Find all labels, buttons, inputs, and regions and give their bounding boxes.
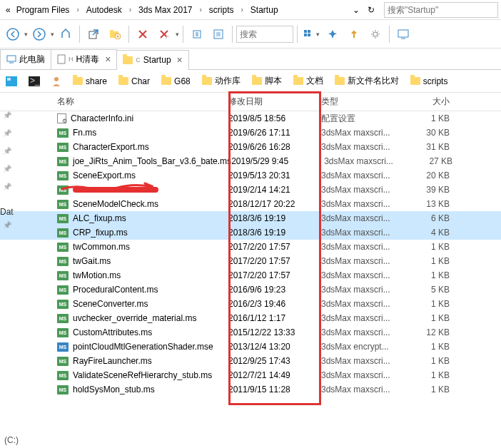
file-row[interactable]: MS2019/2/14 14:213dsMax maxscri...39 KB — [0, 183, 501, 197]
up-icon[interactable] — [56, 24, 76, 44]
fav-folder[interactable]: 文档 — [293, 75, 323, 87]
file-row[interactable]: MSjoe_JiRts_Anim_Tools_Bar_v3.6_bate.ms2… — [0, 154, 501, 168]
file-row[interactable]: MSFn.ms2019/6/26 17:113dsMax maxscri...3… — [0, 126, 501, 140]
back-icon[interactable] — [3, 24, 23, 44]
fav-folder[interactable]: 脚本 — [252, 75, 282, 87]
file-row[interactable]: CharacterInfo.ini2019/8/5 18:56配置设置1 KB — [0, 111, 501, 126]
file-row[interactable]: MSSceneConverter.ms2016/2/3 19:463dsMax … — [0, 297, 501, 311]
select-all-icon[interactable] — [208, 24, 228, 44]
file-type: 3dsMax maxscri... — [321, 128, 407, 138]
pin-icon[interactable]: 📌 — [3, 129, 11, 137]
col-name-header[interactable]: 名称 — [57, 96, 74, 106]
file-row[interactable]: MSValidateSceneRefHierarchy_stub.ms2012/… — [0, 368, 501, 382]
file-row[interactable]: MStwCommon.ms2017/2/20 17:573dsMax maxsc… — [0, 240, 501, 254]
file-row[interactable]: MSholdSysMon_stub.ms2011/9/15 11:283dsMa… — [0, 382, 501, 397]
close-icon[interactable]: × — [174, 54, 183, 66]
file-row[interactable]: MStwMotion.ms2017/2/20 17:573dsMax maxsc… — [0, 268, 501, 282]
file-row[interactable]: MSSceneModelCheck.ms2018/12/17 20:223dsM… — [0, 197, 501, 211]
file-type: 3dsMax maxscri... — [321, 142, 407, 152]
ms-icon: MS — [57, 128, 69, 138]
upload-icon[interactable] — [344, 24, 364, 44]
breadcrumb-seg-4[interactable]: Startup — [248, 4, 281, 16]
breadcrumb-seg-1[interactable]: Autodesk — [84, 4, 125, 16]
file-size: 1 KB — [407, 370, 450, 380]
file-row[interactable]: MSSceneExport.ms2019/5/13 20:313dsMax ma… — [0, 168, 501, 183]
file-size: 1 KB — [407, 256, 450, 266]
dropdown-icon[interactable]: ⌄ — [350, 5, 363, 15]
tab-this-pc[interactable]: 此电脑 — [0, 49, 51, 69]
delete-icon[interactable] — [133, 24, 153, 44]
pin-icon[interactable]: 📌 — [3, 221, 11, 229]
ms-icon: MS — [57, 243, 69, 252]
pin-icon[interactable]: 📌 — [3, 147, 11, 155]
screen-icon[interactable] — [393, 24, 413, 44]
fav-desktop[interactable] — [6, 76, 17, 86]
file-row[interactable]: MSProceduralContent.ms2016/9/6 19:233dsM… — [0, 282, 501, 297]
file-date: 2012/7/21 14:49 — [228, 370, 321, 380]
file-row[interactable]: MSCharacterExport.ms2019/6/26 16:283dsMa… — [0, 140, 501, 154]
status-bar: (C:) — [0, 434, 23, 448]
fav-cmd[interactable]: >_ — [29, 76, 40, 86]
folder-icon — [410, 77, 420, 85]
tab-startup[interactable]: C Startup × — [116, 50, 188, 70]
file-row[interactable]: MStwGait.ms2017/2/20 17:573dsMax maxscri… — [0, 254, 501, 268]
tab-cleanup[interactable]: H H清毒 × — [51, 49, 117, 69]
file-row[interactable]: MSCRP_fixup.ms2018/3/6 19:193dsMax maxsc… — [0, 225, 501, 240]
file-size: 1 KB — [407, 270, 450, 280]
file-name: SceneModelCheck.ms — [73, 199, 158, 209]
ms-icon: MS — [57, 385, 69, 394]
tab-label: H清毒 — [76, 54, 100, 66]
ms-icon: MS — [57, 214, 69, 223]
file-date: 2011/9/15 11:28 — [228, 385, 321, 394]
ms-icon: MS — [57, 185, 69, 195]
fav-folder[interactable]: 动作库 — [202, 75, 241, 87]
file-row[interactable]: MSCustomAttributes.ms2015/12/22 13:333ds… — [0, 325, 501, 340]
delete-permanent-icon[interactable] — [154, 24, 174, 44]
fav-folder[interactable]: scripts — [410, 76, 448, 86]
pin-icon[interactable]: 📌 — [3, 165, 11, 173]
fav-folder[interactable]: 新文件名比对 — [335, 75, 399, 87]
search-input[interactable] — [384, 2, 498, 18]
breadcrumb-seg-2[interactable]: 3ds Max 2017 — [136, 4, 195, 16]
pin-icon[interactable]: 📌 — [3, 111, 11, 119]
pin-icon[interactable] — [323, 24, 343, 44]
settings-icon[interactable] — [365, 24, 385, 44]
breadcrumb-seg-0[interactable]: Program Files — [14, 4, 73, 16]
file-size: 1 KB — [407, 356, 450, 366]
file-size: 1 KB — [407, 313, 450, 323]
toolbar-search-input[interactable] — [236, 26, 293, 43]
ms-icon: MS — [57, 228, 69, 238]
breadcrumb-prefix[interactable]: « — [3, 4, 14, 16]
open-external-icon[interactable] — [84, 24, 103, 44]
fav-folder[interactable]: Char — [118, 76, 150, 86]
ms-icon: MS — [57, 200, 69, 209]
view-mode-icon[interactable]: ▾ — [301, 24, 321, 44]
breadcrumb-seg-3[interactable]: scripts — [206, 4, 237, 16]
file-date: 2018/3/6 19:19 — [228, 228, 321, 238]
fav-folder[interactable]: G68 — [161, 76, 191, 86]
file-date: 2016/9/6 19:23 — [228, 285, 321, 295]
svg-rect-9 — [216, 32, 221, 36]
properties-icon[interactable] — [187, 24, 207, 44]
fav-user[interactable] — [51, 76, 61, 86]
fav-label: 文档 — [306, 75, 323, 87]
folder-icon — [123, 56, 133, 64]
refresh-icon[interactable]: ↻ — [363, 5, 380, 15]
new-folder-icon[interactable] — [105, 24, 125, 44]
svg-rect-6 — [166, 36, 169, 39]
pin-icon[interactable]: 📌 — [3, 183, 11, 190]
fav-folder[interactable]: share — [73, 76, 107, 86]
file-row[interactable]: MSpointCloudMtlGenerationShader.mse2013/… — [0, 340, 501, 354]
col-type-header[interactable]: 类型 — [321, 96, 407, 108]
ini-icon — [57, 113, 66, 123]
file-row[interactable]: MSuvchecker_override_material.ms2016/1/1… — [0, 311, 501, 325]
col-size-header[interactable]: 大小 — [407, 96, 450, 108]
ms-icon: MS — [57, 328, 69, 337]
column-headers: 名称 修改日期 类型 大小 — [0, 93, 501, 111]
file-type: 3dsMax encrypt... — [321, 342, 407, 352]
forward-icon[interactable] — [29, 24, 49, 44]
file-row[interactable]: MSALC_fixup.ms2018/3/6 19:193dsMax maxsc… — [0, 211, 501, 225]
close-icon[interactable]: × — [102, 54, 111, 65]
file-row[interactable]: MSRayFireLauncher.ms2012/9/25 17:433dsMa… — [0, 354, 501, 368]
col-date-header[interactable]: 修改日期 — [228, 96, 321, 108]
